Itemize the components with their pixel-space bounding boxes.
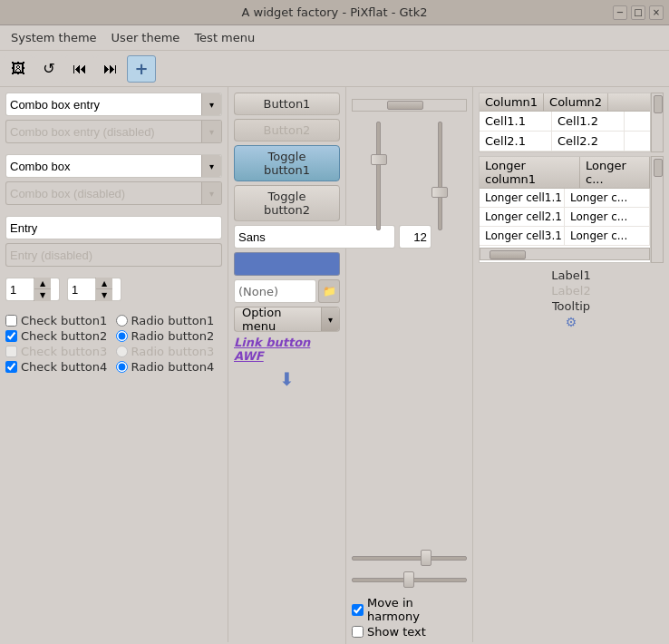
tree-1-col-2[interactable]: Column2 [544, 93, 608, 111]
option-menu[interactable]: Option menu ▾ [234, 307, 340, 332]
color-swatch[interactable] [234, 252, 340, 276]
tree-view-2-container: Longer column1 Longer c... Longer cell1.… [479, 156, 664, 263]
spin-down-2[interactable]: ▼ [96, 289, 112, 301]
tree-1-cell-2-1: Cell2.1 [480, 132, 552, 151]
check-button-3: Check button3 [5, 345, 112, 358]
tree-1-scrollbar-track [652, 93, 663, 151]
combo-box-entry-arrow[interactable]: ▾ [201, 93, 221, 115]
spin-box-2[interactable]: ▲ ▼ [67, 278, 121, 301]
tree-2-hscrollbar[interactable] [480, 248, 650, 260]
top-scrollbar[interactable] [352, 93, 467, 118]
font-row [234, 225, 340, 249]
show-text-input[interactable] [352, 626, 364, 638]
option-menu-arrow[interactable]: ▾ [321, 307, 339, 331]
table-row: Longer cell1.1 Longer c... [480, 189, 650, 208]
close-button[interactable]: × [649, 5, 664, 20]
window-controls: − □ × [613, 5, 664, 20]
move-in-harmony-check[interactable]: Move in harmony [352, 596, 467, 623]
toggle-button-2[interactable]: Toggle button2 [234, 185, 340, 221]
spin-input-2[interactable] [68, 283, 95, 297]
show-text-check[interactable]: Show text [352, 625, 467, 639]
radio-4-input[interactable] [116, 361, 128, 373]
spin-box-1[interactable]: ▲ ▼ [5, 278, 60, 301]
radio-2-input[interactable] [116, 330, 128, 342]
check-3-label: Check button3 [21, 345, 107, 358]
maximize-button[interactable]: □ [631, 5, 645, 20]
radio-button-4[interactable]: Radio button4 [116, 360, 223, 374]
table-row: Longer cell2.1 Longer c... [480, 208, 650, 227]
radio-1-input[interactable] [116, 315, 128, 327]
check-4-input[interactable] [5, 361, 17, 373]
link-button[interactable]: Link button AWF [234, 336, 340, 363]
tree-view-1: Column1 Column2 Cell1.1 Cell1.2 Cell2.1 … [479, 93, 651, 152]
spin-up-2[interactable]: ▲ [96, 278, 112, 289]
menu-system-theme[interactable]: System theme [4, 28, 104, 47]
tree-2-col-2[interactable]: Longer c... [580, 157, 650, 188]
tree-1-scrollbar[interactable] [651, 93, 664, 152]
h-slider-1-thumb[interactable] [421, 550, 431, 566]
label-1: Label1 [551, 268, 590, 282]
file-combo[interactable]: (None) [234, 279, 316, 303]
check-4-label: Check button4 [21, 360, 107, 374]
toolbar-btn-3[interactable]: ⏮ [65, 55, 94, 83]
combo-box-input[interactable]: Combo box [6, 160, 201, 173]
combo-box-entry[interactable]: Combo box entry ▾ [5, 93, 222, 116]
toolbar-btn-2[interactable]: ↺ [34, 55, 63, 83]
tree-2-cell-2-1: Longer cell2.1 [480, 208, 565, 226]
check-1-input[interactable] [5, 315, 17, 327]
check-2-label: Check button2 [21, 329, 107, 343]
v-slider-2[interactable] [413, 122, 468, 545]
toolbar: 🖼 ↺ ⏮ ⏭ + [0, 51, 669, 87]
v-sliders-area [352, 122, 467, 545]
check-3-input [5, 346, 17, 357]
spin-container: ▲ ▼ ▲ ▼ [5, 278, 222, 301]
check-button-1[interactable]: Check button1 [5, 314, 112, 327]
h-slider-2-thumb[interactable] [403, 571, 414, 588]
toolbar-btn-1[interactable]: 🖼 [4, 55, 33, 83]
radio-button-2[interactable]: Radio button2 [116, 329, 223, 343]
menu-user-theme[interactable]: User theme [104, 28, 188, 47]
combo-box-arrow[interactable]: ▾ [201, 155, 221, 177]
radio-2-label: Radio button2 [131, 329, 215, 343]
combo-box-entry-input[interactable]: Combo box entry [6, 98, 201, 112]
tree-2-hscrollbar-thumb[interactable] [490, 250, 526, 259]
tree-view-2: Longer column1 Longer c... Longer cell1.… [479, 156, 651, 263]
download-icon: ⬇ [279, 368, 295, 390]
h-slider-2[interactable] [352, 571, 467, 589]
toolbar-btn-5[interactable]: + [127, 55, 156, 83]
combo-box-disabled-input: Combo box (disabled) [6, 187, 201, 200]
combo-box[interactable]: Combo box ▾ [5, 154, 222, 178]
v-slider-2-thumb[interactable] [431, 187, 448, 198]
spin-up-1[interactable]: ▲ [34, 278, 51, 289]
file-button[interactable]: 📁 [318, 279, 340, 303]
mid-panel: Button1 Button2 Toggle button1 Toggle bu… [228, 87, 346, 644]
tree-2-col-1[interactable]: Longer column1 [480, 157, 580, 188]
button-1[interactable]: Button1 [234, 93, 340, 115]
toggle-button-1[interactable]: Toggle button1 [234, 145, 340, 181]
spin-input-1[interactable] [6, 283, 34, 297]
top-scrollbar-thumb[interactable] [387, 101, 423, 110]
h-slider-1[interactable] [352, 549, 467, 567]
v-slider-1-thumb[interactable] [371, 154, 387, 165]
button-2: Button2 [234, 119, 340, 141]
spin-arrows-2: ▲ ▼ [95, 278, 112, 301]
entry-input-disabled: Entry (disabled) [5, 243, 222, 267]
radio-1-label: Radio button1 [131, 314, 215, 327]
spin-arrows-1: ▲ ▼ [34, 278, 51, 301]
tree-2-cell-1-2: Longer c... [565, 189, 650, 207]
check-button-4[interactable]: Check button4 [5, 360, 112, 374]
v-slider-1[interactable] [352, 122, 406, 545]
menu-test-menu[interactable]: Test menu [187, 28, 262, 47]
radio-button-1[interactable]: Radio button1 [116, 314, 223, 327]
minimize-button[interactable]: − [613, 5, 627, 20]
tree-1-col-1[interactable]: Column1 [480, 93, 544, 111]
check-button-2[interactable]: Check button2 [5, 329, 112, 343]
tree-1-scrollbar-thumb[interactable] [654, 95, 663, 113]
toolbar-btn-4[interactable]: ⏭ [96, 55, 125, 83]
entry-input[interactable]: Entry [5, 216, 222, 239]
spin-down-1[interactable]: ▼ [34, 289, 51, 301]
tree-2-scrollbar-thumb[interactable] [654, 159, 663, 177]
tree-2-scrollbar[interactable] [651, 156, 664, 263]
check-2-input[interactable] [5, 330, 17, 342]
move-in-harmony-input[interactable] [352, 604, 364, 616]
